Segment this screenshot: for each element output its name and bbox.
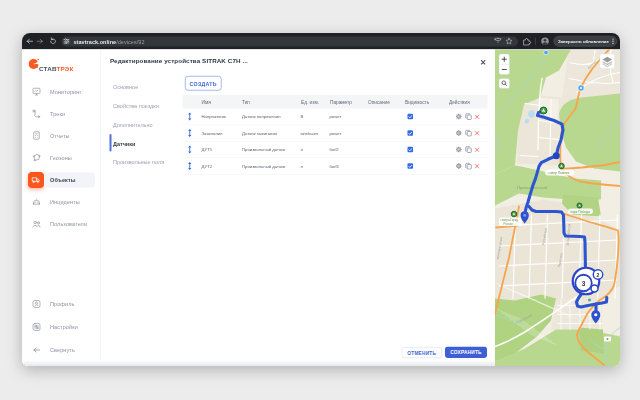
svg-text:2: 2 (597, 272, 600, 278)
svg-text:России: России (504, 222, 514, 226)
svg-text:3: 3 (582, 280, 586, 287)
svg-text:сквер Памяти: сквер Памяти (549, 171, 570, 175)
svg-text:парк Победы: парк Победы (571, 210, 591, 214)
svg-text:северо-Город: северо-Город (501, 218, 519, 222)
